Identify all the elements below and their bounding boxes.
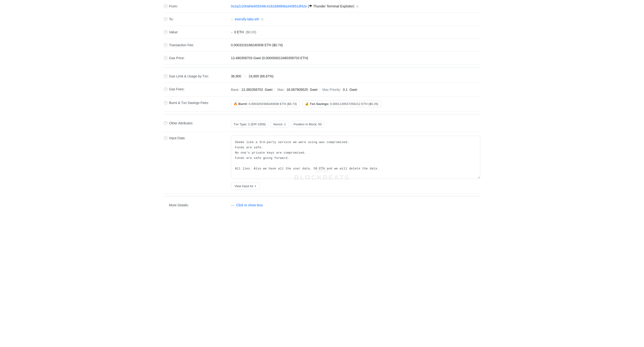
gas-base-unit: Gwei [265, 87, 272, 92]
transaction-fee-row: ? Transaction Fee: 0.0003316168240938 ET… [164, 39, 480, 52]
savings-label: Txn Savings: [310, 102, 329, 106]
transaction-fee-value: 0.0003316168240938 ETH ($0.74) [231, 43, 480, 48]
thunder-icon: 🌩 [309, 4, 312, 8]
gas-base-label: Base: [231, 87, 240, 92]
burnt-label: Burnt: [238, 102, 248, 106]
gas-max-label: Max: [277, 87, 284, 92]
otherattr-help-icon[interactable]: ? [164, 121, 168, 125]
section-separator [164, 67, 480, 68]
input-data-textarea[interactable] [231, 136, 480, 179]
other-attributes-value: Txn Type: 2 (EIP-1559) Nonce: 1 Position… [231, 121, 480, 128]
gas-price-label: ? Gas Price: [164, 56, 231, 60]
to-copy-icon[interactable]: ⧉ [261, 17, 263, 22]
txn-type-badge: Txn Type: 2 (EIP-1559) [231, 121, 268, 128]
to-value: ◇ eversify-labs.eth ⧉ [231, 17, 480, 22]
position-badge: Position In Block: 50 [291, 121, 324, 128]
eth-icon: ⬨ [231, 30, 233, 34]
from-help-icon[interactable]: ? [164, 4, 168, 8]
burnt-value: 0.0003291568240938 ETH ($0.73) [249, 102, 297, 106]
gas-fees-label: ? Gas Fees: [164, 87, 231, 91]
gas-price-row: ? Gas Price: 13.480358703 Gwei (0.000000… [164, 52, 480, 65]
gas-limit-divider: | [244, 74, 246, 78]
section-separator-2 [164, 114, 480, 115]
to-address-link[interactable]: eversify-labs.eth [235, 17, 259, 21]
contract-icon: ◇ [231, 17, 233, 21]
gasfees-help-icon[interactable]: ? [164, 87, 168, 91]
to-help-icon[interactable]: ? [164, 17, 168, 21]
from-copy-icon[interactable]: ⧉ [356, 4, 358, 9]
from-row: ? From: 0x2a2c200af4e659348c4182dd9806a3… [164, 0, 480, 13]
more-details-row: ? More Details: — Click to show less [164, 199, 480, 212]
from-label: ? From: [164, 4, 231, 8]
burnt-fees-value: 🔥 Burnt: 0.0003291568240938 ETH ($0.73) … [231, 100, 480, 108]
savings-value: 0.0001128537256212 ETH ($0.25) [330, 102, 378, 106]
burnt-badge: 🔥 Burnt: 0.0003291568240938 ETH ($0.73) [231, 100, 300, 108]
gas-limit-value: 36,900 | 24,600 (66.67%) [231, 74, 480, 79]
gas-max-unit: Gwei [310, 87, 318, 92]
more-details-value: — Click to show less [231, 203, 480, 208]
gas-maxpriority-label: Max Priority: [322, 87, 341, 92]
fire-icon: 🔥 [234, 102, 237, 106]
input-data-row: ? Input Data: View Input As ▾ [164, 132, 480, 194]
savings-icon: 💰 [305, 102, 309, 106]
gas-base-value: 13.380358703 [242, 87, 263, 92]
gaslimit-help-icon[interactable]: ? [164, 74, 168, 78]
gas-maxpriority-value: 0.1 [343, 87, 348, 92]
other-attributes-label: ? Other Attributes: [164, 121, 231, 125]
gas-sep-1: | [274, 87, 275, 92]
gasprice-help-icon[interactable]: ? [164, 56, 168, 60]
value-help-icon[interactable]: ? [164, 30, 168, 34]
input-data-value: View Input As ▾ [231, 136, 480, 190]
chevron-down-icon: ▾ [255, 185, 256, 187]
txfee-help-icon[interactable]: ? [164, 43, 168, 47]
gas-fees-value: Base: 13.380358703 Gwei | Max: 18.067908… [231, 87, 480, 92]
gas-limit-label: ? Gas Limit & Usage by Txn: [164, 74, 231, 78]
gas-sep-2: | [319, 87, 320, 92]
transaction-fee-label: ? Transaction Fee: [164, 43, 231, 47]
to-label: ? To: [164, 17, 231, 21]
gas-fees-row: ? Gas Fees: Base: 13.380358703 Gwei | Ma… [164, 83, 480, 97]
savings-badge: 💰 Txn Savings: 0.0001128537256212 ETH ($… [302, 100, 381, 108]
value-amount: ⬨ 0 ETH ($0.00) [231, 30, 480, 35]
nonce-badge: Nonce: 1 [271, 121, 288, 128]
gas-price-value: 13.480358703 Gwei (0.000000013480358703 … [231, 56, 480, 61]
burnt-fees-row: ? Burnt & Txn Savings Fees: 🔥 Burnt: 0.0… [164, 97, 480, 112]
burnt-fees-label: ? Burnt & Txn Savings Fees: [164, 100, 231, 105]
other-attributes-row: ? Other Attributes: Txn Type: 2 (EIP-155… [164, 117, 480, 132]
input-data-label: ? Input Data: [164, 136, 231, 140]
gas-maxpriority-unit: Gwei [350, 87, 357, 92]
value-label: ? Value: [164, 30, 231, 34]
from-tag: (🌩 Thunder Terminal Exploiter) [308, 4, 355, 8]
view-input-as-button[interactable]: View Input As ▾ [231, 183, 260, 190]
from-address-link[interactable]: 0x2a2c200af4e659348c4182dd9806a340851df4… [231, 4, 307, 8]
inputdata-help-icon[interactable]: ? [164, 136, 168, 140]
from-value: 0x2a2c200af4e659348c4182dd9806a340851df4… [231, 4, 480, 9]
section-separator-3 [164, 196, 480, 197]
burnt-help-icon[interactable]: ? [164, 101, 168, 105]
value-row: ? Value: ⬨ 0 ETH ($0.00) [164, 26, 480, 39]
gas-max-value: 18.067908525 [286, 87, 308, 92]
show-less-link[interactable]: Click to show less [236, 203, 263, 207]
more-details-label: ? More Details: [164, 203, 231, 207]
to-row: ? To: ◇ eversify-labs.eth ⧉ [164, 13, 480, 26]
gas-limit-row: ? Gas Limit & Usage by Txn: 36,900 | 24,… [164, 70, 480, 83]
